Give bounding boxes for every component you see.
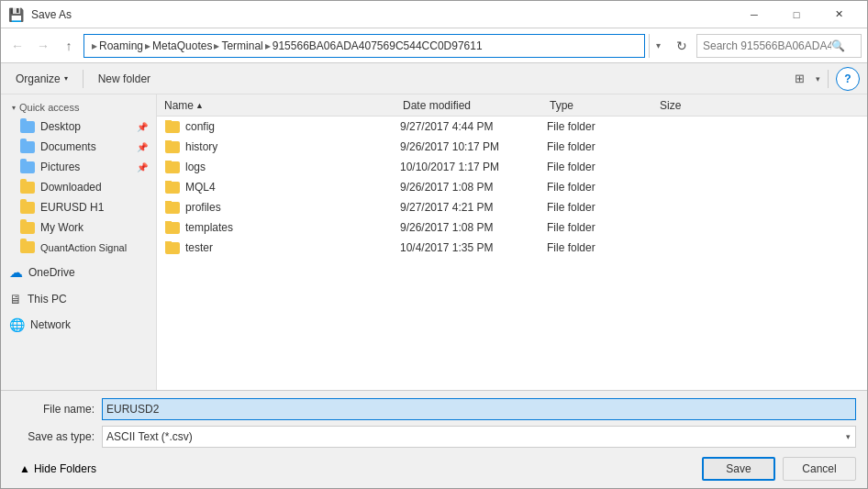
save-as-dialog: 💾 Save As ─ □ ✕ ← → ↑ ▸ Roaming ▸ MetaQu… (0, 0, 868, 489)
new-folder-label: New folder (98, 72, 150, 85)
button-row: Save Cancel (702, 457, 856, 481)
toolbar: Organize ▾ New folder ⊞ ▾ ? (1, 63, 867, 94)
file-date-cell: 9/26/2017 10:17 PM (396, 140, 543, 153)
sidebar-item-label: Downloaded (40, 181, 102, 194)
sidebar-section-network: 🌐 Network (1, 314, 156, 336)
up-button[interactable]: ↑ (58, 35, 80, 57)
sidebar-item-this-pc[interactable]: 🖥 This PC (1, 288, 156, 310)
address-path[interactable]: ▸ Roaming ▸ MetaQuotes ▸ Terminal ▸ 9155… (83, 34, 645, 58)
column-header-date[interactable]: Date modified (395, 99, 542, 112)
folder-icon (20, 241, 35, 253)
folder-icon (20, 222, 35, 234)
file-type-cell: File folder (543, 221, 653, 234)
file-type-cell: File folder (543, 201, 653, 214)
organize-button[interactable]: Organize ▾ (8, 67, 75, 91)
file-name-cell: logs (161, 161, 396, 173)
file-row[interactable]: tester 10/4/2017 1:35 PM File folder (157, 238, 867, 258)
sidebar-item-desktop[interactable]: Desktop 📌 (1, 117, 156, 137)
forward-button[interactable]: → (32, 35, 54, 57)
search-icon: 🔍 (831, 39, 845, 52)
path-roaming[interactable]: Roaming (99, 39, 143, 52)
sidebar-item-downloaded[interactable]: Downloaded (1, 177, 156, 197)
path-guid[interactable]: 915566BA06ADA407569C544CC0D97611 (273, 39, 483, 52)
filename-label: File name: (12, 403, 95, 416)
maximize-button[interactable]: □ (775, 1, 818, 28)
sidebar-item-onedrive[interactable]: ☁ OneDrive (1, 261, 156, 284)
column-header-size[interactable]: Size (652, 99, 726, 112)
title-bar-controls: ─ □ ✕ (733, 1, 860, 28)
sidebar-section-this-pc: 🖥 This PC (1, 288, 156, 310)
quick-access-label: Quick access (19, 102, 79, 113)
folder-icon (20, 121, 35, 133)
title-bar-icon: 💾 (8, 7, 24, 22)
sidebar-item-label: This PC (28, 293, 67, 306)
file-row[interactable]: history 9/26/2017 10:17 PM File folder (157, 137, 867, 157)
folder-icon (165, 121, 180, 133)
back-button[interactable]: ← (6, 35, 28, 57)
column-header-name[interactable]: Name ▲ (157, 99, 395, 112)
organize-label: Organize (16, 72, 61, 85)
network-icon: 🌐 (9, 317, 25, 332)
toolbar-separator-2 (828, 70, 829, 88)
save-button[interactable]: Save (702, 457, 775, 481)
sidebar-header-quick-access[interactable]: ▾ Quick access (1, 98, 156, 117)
sidebar-item-label: Pictures (40, 161, 80, 173)
sidebar: ▾ Quick access Desktop 📌 Documents 📌 Pic… (1, 94, 157, 390)
main-content: ▾ Quick access Desktop 📌 Documents 📌 Pic… (1, 94, 867, 390)
bottom-bar: File name: Save as type: ASCII Text (*.c… (1, 390, 867, 488)
file-list-header: Name ▲ Date modified Type Size (157, 94, 867, 117)
column-header-type[interactable]: Type (542, 99, 652, 112)
chevron-down-icon: ▾ (64, 74, 68, 83)
sidebar-section-onedrive: ☁ OneDrive (1, 261, 156, 284)
folder-icon (165, 141, 180, 153)
filetype-select[interactable]: ASCII Text (*.csv) CSV (*.csv) Text (*.t… (102, 426, 856, 448)
folder-icon (20, 141, 35, 153)
pin-icon: 📌 (137, 162, 148, 172)
computer-icon: 🖥 (9, 292, 22, 306)
file-type-cell: File folder (543, 120, 653, 133)
filename-row: File name: (12, 398, 856, 420)
help-button[interactable]: ? (836, 67, 860, 91)
file-date-cell: 10/4/2017 1:35 PM (396, 241, 543, 254)
sidebar-item-label: QuantAction Signal (40, 242, 127, 253)
filetype-label: Save as type: (12, 430, 95, 443)
path-dropdown-button[interactable]: ▾ (649, 34, 667, 58)
cancel-button[interactable]: Cancel (783, 457, 856, 481)
address-bar: ← → ↑ ▸ Roaming ▸ MetaQuotes ▸ Terminal … (1, 28, 867, 63)
file-type-cell: File folder (543, 181, 653, 194)
view-button[interactable]: ⊞ (786, 67, 812, 91)
new-folder-button[interactable]: New folder (91, 67, 158, 91)
filetype-row: Save as type: ASCII Text (*.csv) CSV (*.… (12, 426, 856, 448)
sidebar-item-quantaction[interactable]: QuantAction Signal (1, 238, 156, 257)
sidebar-item-pictures[interactable]: Pictures 📌 (1, 157, 156, 177)
sidebar-section-quick-access: ▾ Quick access Desktop 📌 Documents 📌 Pic… (1, 98, 156, 257)
path-metaquotes[interactable]: MetaQuotes (152, 39, 212, 52)
sidebar-item-eurusd[interactable]: EURUSD H1 (1, 197, 156, 217)
sidebar-item-mywork[interactable]: My Work (1, 217, 156, 238)
sort-arrow-icon: ▲ (195, 101, 204, 110)
file-row[interactable]: profiles 9/27/2017 4:21 PM File folder (157, 197, 867, 217)
sidebar-item-network[interactable]: 🌐 Network (1, 314, 156, 336)
path-terminal[interactable]: Terminal (221, 39, 262, 52)
title-bar-left: 💾 Save As (8, 7, 72, 22)
file-name-cell: profiles (161, 201, 396, 214)
sidebar-item-documents[interactable]: Documents 📌 (1, 137, 156, 157)
hide-folders-row[interactable]: ▲ Hide Folders (12, 459, 96, 475)
minimize-button[interactable]: ─ (733, 1, 775, 28)
file-row[interactable]: templates 9/26/2017 1:08 PM File folder (157, 217, 867, 238)
close-button[interactable]: ✕ (818, 1, 860, 28)
file-row[interactable]: MQL4 9/26/2017 1:08 PM File folder (157, 177, 867, 197)
file-row[interactable]: logs 10/10/2017 1:17 PM File folder (157, 157, 867, 177)
folder-icon (165, 222, 180, 234)
refresh-button[interactable]: ↻ (671, 35, 693, 57)
folder-icon (20, 182, 35, 194)
filetype-select-wrapper: ASCII Text (*.csv) CSV (*.csv) Text (*.t… (102, 426, 856, 448)
view-dropdown-icon: ▾ (816, 74, 820, 83)
chevron-up-icon: ▲ (19, 462, 30, 475)
search-input[interactable] (703, 39, 831, 52)
file-row[interactable]: config 9/27/2017 4:44 PM File folder (157, 117, 867, 137)
sidebar-item-label: Network (30, 318, 71, 331)
file-name-cell: config (161, 120, 396, 133)
filename-input[interactable] (102, 398, 856, 420)
folder-icon (20, 161, 35, 173)
